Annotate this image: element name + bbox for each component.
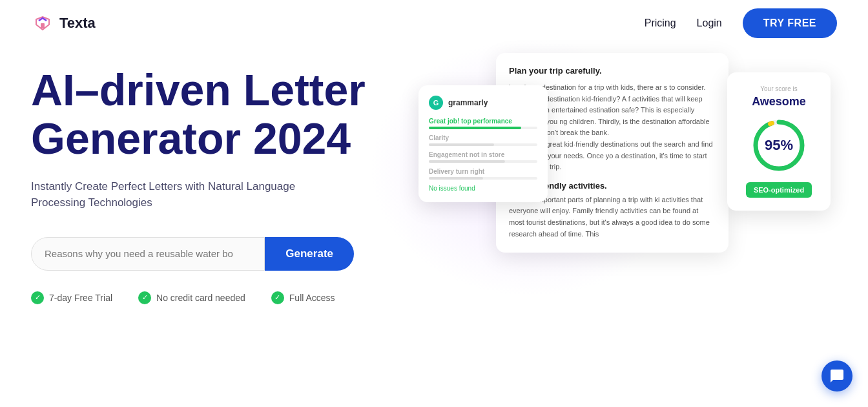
hero-title: AI–driven Letter Generator 2024 — [31, 66, 406, 163]
score-card: Your score is Awesome 95% SEO-optimized — [727, 72, 831, 211]
gram-bar-wrap-1 — [429, 127, 537, 129]
score-circle: 95% — [750, 116, 808, 174]
check-icon-2: ✓ — [138, 291, 151, 304]
check-icon-3: ✓ — [271, 291, 284, 304]
grammarly-logo: G — [429, 96, 443, 110]
gram-metric-1: Great job! top performance — [429, 118, 537, 129]
gram-bar-wrap-2 — [429, 143, 537, 146]
generate-form: Generate — [31, 237, 354, 271]
login-link[interactable]: Login — [697, 17, 722, 29]
check-icon: ✓ — [31, 291, 44, 304]
hero-subtitle: Instantly Create Perfect Letters with Na… — [31, 178, 302, 211]
grammarly-name: grammarly — [448, 98, 488, 107]
gram-bar-wrap-4 — [429, 177, 537, 180]
badge-no-card: ✓ No credit card needed — [138, 291, 245, 304]
svg-rect-1 — [41, 23, 45, 28]
gram-metric-4: Delivery turn right — [429, 168, 537, 180]
gram-bar-3 — [429, 160, 505, 163]
hero-section: AI–driven Letter Generator 2024 Instantl… — [31, 59, 406, 304]
score-awesome: Awesome — [740, 95, 818, 109]
logo[interactable]: Texta — [31, 12, 96, 35]
feature-badges: ✓ 7-day Free Trial ✓ No credit card need… — [31, 291, 406, 304]
try-free-button[interactable]: TRY FREE — [743, 8, 837, 38]
seo-badge: SEO-optimized — [746, 182, 812, 198]
gram-metric-2: Clarity — [429, 134, 537, 146]
generate-button[interactable]: Generate — [265, 237, 354, 271]
chat-icon — [829, 368, 845, 384]
pricing-link[interactable]: Pricing — [645, 17, 676, 29]
gram-bar-2 — [429, 143, 494, 146]
navbar: Texta Pricing Login TRY FREE — [0, 0, 868, 47]
score-number: 95% — [765, 137, 793, 154]
logo-icon — [31, 12, 54, 35]
grammarly-card: G grammarly Great job! top performance C… — [418, 85, 548, 202]
text-card-title: Plan your trip carefully. — [509, 66, 716, 76]
logo-text: Texta — [59, 15, 96, 32]
topic-input[interactable] — [31, 237, 265, 271]
gram-bar-1 — [429, 127, 521, 129]
badge-access: ✓ Full Access — [271, 291, 335, 304]
gram-bar-wrap-3 — [429, 160, 537, 163]
nav-links: Pricing Login TRY FREE — [645, 8, 837, 38]
gram-metric-3: Engagement not in store — [429, 151, 537, 163]
grammarly-header: G grammarly — [429, 96, 537, 110]
main-content: AI–driven Letter Generator 2024 Instantl… — [0, 47, 868, 304]
chat-button[interactable] — [822, 360, 852, 391]
score-label: Your score is — [740, 85, 818, 92]
badge-trial: ✓ 7-day Free Trial — [31, 291, 112, 304]
gram-bar-4 — [429, 177, 483, 180]
no-issues-label: No issues found — [429, 185, 537, 192]
hero-visual: G grammarly Great job! top performance C… — [406, 53, 837, 298]
